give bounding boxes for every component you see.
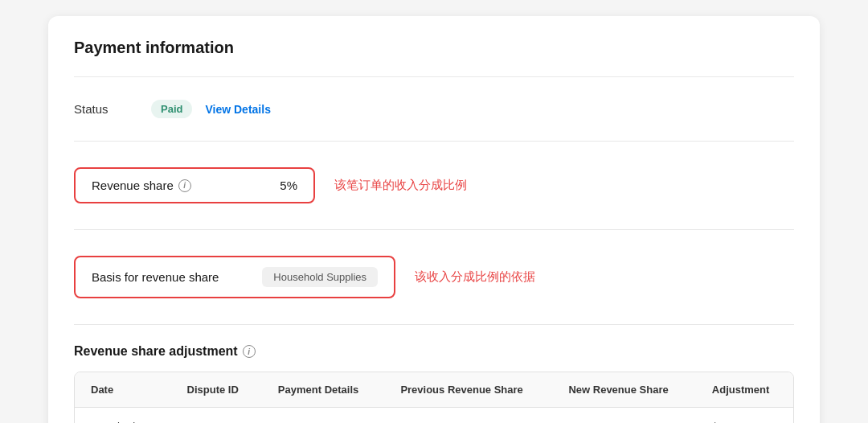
revenue-share-label: Revenue share i — [92, 179, 191, 192]
revenue-share-info-icon[interactable]: i — [178, 179, 191, 192]
cell-prev-revenue: 15% — [384, 408, 552, 424]
col-dispute-id: Dispute ID — [171, 372, 262, 408]
cell-new-revenue: 5% — [552, 408, 695, 424]
col-prev-revenue: Previous Revenue Share — [384, 372, 552, 408]
col-new-revenue: New Revenue Share — [552, 372, 695, 408]
card-title: Payment information — [74, 39, 794, 57]
revenue-share-percentage: 5% — [280, 179, 297, 192]
col-date: Date — [75, 372, 171, 408]
basis-annotation: 该收入分成比例的依据 — [415, 269, 535, 285]
view-details-link[interactable]: View Details — [205, 103, 270, 116]
revenue-share-box: Revenue share i 5% — [74, 167, 315, 203]
col-adjustment: Adjustment — [696, 372, 793, 408]
revenue-share-label-text: Revenue share — [92, 179, 174, 192]
col-payment-details: Payment Details — [262, 372, 385, 408]
cell-adjustment: $2.35 — [696, 408, 793, 424]
payment-information-card: Payment information Status Paid View Det… — [48, 16, 820, 423]
cell-payment-details[interactable]: ...23456 — [262, 408, 385, 424]
adjustment-section: Revenue share adjustment i Date Dispute … — [74, 344, 794, 423]
revenue-share-annotation: 该笔订单的收入分成比例 — [334, 178, 467, 193]
divider-3 — [74, 324, 794, 325]
adjustment-table: Date Dispute ID Payment Details Previous… — [75, 372, 793, 423]
table-header-row: Date Dispute ID Payment Details Previous… — [75, 372, 793, 408]
cell-date: 2021/04/28 — [75, 408, 171, 424]
table-row: 2021/04/28...12345...2345615%5%$2.35 — [75, 408, 793, 424]
revenue-share-row: Revenue share i 5% 该笔订单的收入分成比例 — [74, 154, 794, 216]
divider-top — [74, 76, 794, 77]
basis-box: Basis for revenue share Household Suppli… — [74, 256, 395, 298]
status-label: Status — [74, 102, 138, 116]
status-row: Status Paid View Details — [74, 90, 794, 128]
divider-2 — [74, 229, 794, 230]
divider-1 — [74, 141, 794, 142]
paid-badge: Paid — [151, 100, 192, 118]
adjustment-title-text: Revenue share adjustment — [74, 344, 238, 359]
adjustment-table-container: Date Dispute ID Payment Details Previous… — [74, 372, 794, 423]
adjustment-info-icon[interactable]: i — [243, 345, 256, 358]
basis-row: Basis for revenue share Household Suppli… — [74, 243, 794, 311]
cell-dispute-id[interactable]: ...12345 — [171, 408, 262, 424]
basis-label: Basis for revenue share — [92, 270, 219, 284]
adjustment-title: Revenue share adjustment i — [74, 344, 794, 359]
basis-tag: Household Supplies — [262, 267, 378, 287]
